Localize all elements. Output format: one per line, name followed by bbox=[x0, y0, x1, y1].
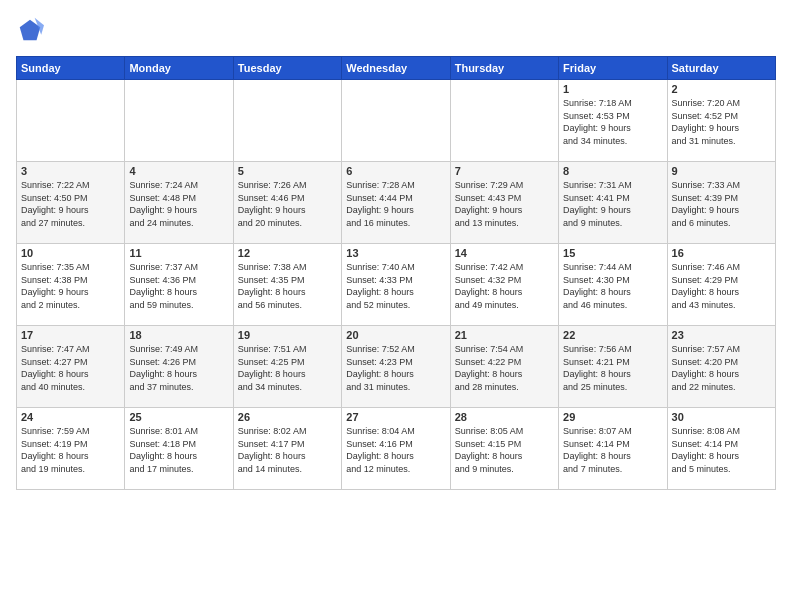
calendar-week: 24Sunrise: 7:59 AM Sunset: 4:19 PM Dayli… bbox=[17, 408, 776, 490]
day-number: 13 bbox=[346, 247, 445, 259]
weekday-header: Tuesday bbox=[233, 57, 341, 80]
day-info: Sunrise: 7:42 AM Sunset: 4:32 PM Dayligh… bbox=[455, 261, 554, 311]
day-number: 19 bbox=[238, 329, 337, 341]
day-number: 4 bbox=[129, 165, 228, 177]
day-number: 3 bbox=[21, 165, 120, 177]
day-info: Sunrise: 7:57 AM Sunset: 4:20 PM Dayligh… bbox=[672, 343, 771, 393]
weekday-header: Sunday bbox=[17, 57, 125, 80]
day-number: 27 bbox=[346, 411, 445, 423]
calendar-cell: 18Sunrise: 7:49 AM Sunset: 4:26 PM Dayli… bbox=[125, 326, 233, 408]
calendar-cell bbox=[17, 80, 125, 162]
day-number: 5 bbox=[238, 165, 337, 177]
logo bbox=[16, 16, 48, 44]
day-info: Sunrise: 7:56 AM Sunset: 4:21 PM Dayligh… bbox=[563, 343, 662, 393]
day-number: 22 bbox=[563, 329, 662, 341]
logo-icon bbox=[16, 16, 44, 44]
calendar-cell: 8Sunrise: 7:31 AM Sunset: 4:41 PM Daylig… bbox=[559, 162, 667, 244]
day-number: 25 bbox=[129, 411, 228, 423]
day-info: Sunrise: 7:18 AM Sunset: 4:53 PM Dayligh… bbox=[563, 97, 662, 147]
calendar-cell bbox=[450, 80, 558, 162]
day-info: Sunrise: 7:28 AM Sunset: 4:44 PM Dayligh… bbox=[346, 179, 445, 229]
weekday-header: Monday bbox=[125, 57, 233, 80]
day-info: Sunrise: 7:37 AM Sunset: 4:36 PM Dayligh… bbox=[129, 261, 228, 311]
calendar-cell: 1Sunrise: 7:18 AM Sunset: 4:53 PM Daylig… bbox=[559, 80, 667, 162]
day-number: 15 bbox=[563, 247, 662, 259]
day-info: Sunrise: 7:20 AM Sunset: 4:52 PM Dayligh… bbox=[672, 97, 771, 147]
day-number: 1 bbox=[563, 83, 662, 95]
day-info: Sunrise: 7:33 AM Sunset: 4:39 PM Dayligh… bbox=[672, 179, 771, 229]
day-number: 9 bbox=[672, 165, 771, 177]
calendar-cell bbox=[342, 80, 450, 162]
weekday-header: Wednesday bbox=[342, 57, 450, 80]
calendar-cell: 19Sunrise: 7:51 AM Sunset: 4:25 PM Dayli… bbox=[233, 326, 341, 408]
day-number: 28 bbox=[455, 411, 554, 423]
day-number: 21 bbox=[455, 329, 554, 341]
day-info: Sunrise: 7:40 AM Sunset: 4:33 PM Dayligh… bbox=[346, 261, 445, 311]
calendar-cell: 25Sunrise: 8:01 AM Sunset: 4:18 PM Dayli… bbox=[125, 408, 233, 490]
calendar-cell: 10Sunrise: 7:35 AM Sunset: 4:38 PM Dayli… bbox=[17, 244, 125, 326]
day-number: 8 bbox=[563, 165, 662, 177]
calendar-cell: 11Sunrise: 7:37 AM Sunset: 4:36 PM Dayli… bbox=[125, 244, 233, 326]
calendar-cell bbox=[125, 80, 233, 162]
calendar-cell: 27Sunrise: 8:04 AM Sunset: 4:16 PM Dayli… bbox=[342, 408, 450, 490]
day-info: Sunrise: 7:49 AM Sunset: 4:26 PM Dayligh… bbox=[129, 343, 228, 393]
day-info: Sunrise: 7:52 AM Sunset: 4:23 PM Dayligh… bbox=[346, 343, 445, 393]
page-header bbox=[16, 16, 776, 44]
day-info: Sunrise: 7:51 AM Sunset: 4:25 PM Dayligh… bbox=[238, 343, 337, 393]
calendar-header: SundayMondayTuesdayWednesdayThursdayFrid… bbox=[17, 57, 776, 80]
calendar-cell: 14Sunrise: 7:42 AM Sunset: 4:32 PM Dayli… bbox=[450, 244, 558, 326]
calendar-cell: 20Sunrise: 7:52 AM Sunset: 4:23 PM Dayli… bbox=[342, 326, 450, 408]
day-info: Sunrise: 7:44 AM Sunset: 4:30 PM Dayligh… bbox=[563, 261, 662, 311]
day-number: 29 bbox=[563, 411, 662, 423]
calendar-week: 1Sunrise: 7:18 AM Sunset: 4:53 PM Daylig… bbox=[17, 80, 776, 162]
calendar-cell: 2Sunrise: 7:20 AM Sunset: 4:52 PM Daylig… bbox=[667, 80, 775, 162]
day-number: 18 bbox=[129, 329, 228, 341]
calendar-body: 1Sunrise: 7:18 AM Sunset: 4:53 PM Daylig… bbox=[17, 80, 776, 490]
day-info: Sunrise: 7:26 AM Sunset: 4:46 PM Dayligh… bbox=[238, 179, 337, 229]
calendar-cell: 13Sunrise: 7:40 AM Sunset: 4:33 PM Dayli… bbox=[342, 244, 450, 326]
calendar-cell: 5Sunrise: 7:26 AM Sunset: 4:46 PM Daylig… bbox=[233, 162, 341, 244]
day-info: Sunrise: 7:47 AM Sunset: 4:27 PM Dayligh… bbox=[21, 343, 120, 393]
day-info: Sunrise: 7:38 AM Sunset: 4:35 PM Dayligh… bbox=[238, 261, 337, 311]
calendar-cell: 17Sunrise: 7:47 AM Sunset: 4:27 PM Dayli… bbox=[17, 326, 125, 408]
calendar-cell: 22Sunrise: 7:56 AM Sunset: 4:21 PM Dayli… bbox=[559, 326, 667, 408]
calendar-cell bbox=[233, 80, 341, 162]
calendar-week: 10Sunrise: 7:35 AM Sunset: 4:38 PM Dayli… bbox=[17, 244, 776, 326]
calendar-cell: 29Sunrise: 8:07 AM Sunset: 4:14 PM Dayli… bbox=[559, 408, 667, 490]
day-info: Sunrise: 7:59 AM Sunset: 4:19 PM Dayligh… bbox=[21, 425, 120, 475]
day-number: 23 bbox=[672, 329, 771, 341]
calendar-cell: 6Sunrise: 7:28 AM Sunset: 4:44 PM Daylig… bbox=[342, 162, 450, 244]
day-info: Sunrise: 7:22 AM Sunset: 4:50 PM Dayligh… bbox=[21, 179, 120, 229]
day-number: 7 bbox=[455, 165, 554, 177]
day-number: 6 bbox=[346, 165, 445, 177]
calendar-cell: 9Sunrise: 7:33 AM Sunset: 4:39 PM Daylig… bbox=[667, 162, 775, 244]
calendar-week: 17Sunrise: 7:47 AM Sunset: 4:27 PM Dayli… bbox=[17, 326, 776, 408]
day-info: Sunrise: 7:29 AM Sunset: 4:43 PM Dayligh… bbox=[455, 179, 554, 229]
weekday-header: Saturday bbox=[667, 57, 775, 80]
calendar-cell: 4Sunrise: 7:24 AM Sunset: 4:48 PM Daylig… bbox=[125, 162, 233, 244]
calendar-cell: 23Sunrise: 7:57 AM Sunset: 4:20 PM Dayli… bbox=[667, 326, 775, 408]
day-info: Sunrise: 8:05 AM Sunset: 4:15 PM Dayligh… bbox=[455, 425, 554, 475]
day-info: Sunrise: 8:04 AM Sunset: 4:16 PM Dayligh… bbox=[346, 425, 445, 475]
calendar-cell: 24Sunrise: 7:59 AM Sunset: 4:19 PM Dayli… bbox=[17, 408, 125, 490]
calendar-cell: 7Sunrise: 7:29 AM Sunset: 4:43 PM Daylig… bbox=[450, 162, 558, 244]
day-number: 17 bbox=[21, 329, 120, 341]
day-info: Sunrise: 8:07 AM Sunset: 4:14 PM Dayligh… bbox=[563, 425, 662, 475]
weekday-header: Friday bbox=[559, 57, 667, 80]
calendar-cell: 21Sunrise: 7:54 AM Sunset: 4:22 PM Dayli… bbox=[450, 326, 558, 408]
calendar-table: SundayMondayTuesdayWednesdayThursdayFrid… bbox=[16, 56, 776, 490]
day-info: Sunrise: 7:54 AM Sunset: 4:22 PM Dayligh… bbox=[455, 343, 554, 393]
day-number: 2 bbox=[672, 83, 771, 95]
page-container: SundayMondayTuesdayWednesdayThursdayFrid… bbox=[0, 0, 792, 498]
day-number: 30 bbox=[672, 411, 771, 423]
calendar-cell: 30Sunrise: 8:08 AM Sunset: 4:14 PM Dayli… bbox=[667, 408, 775, 490]
day-info: Sunrise: 8:01 AM Sunset: 4:18 PM Dayligh… bbox=[129, 425, 228, 475]
day-info: Sunrise: 7:35 AM Sunset: 4:38 PM Dayligh… bbox=[21, 261, 120, 311]
day-number: 11 bbox=[129, 247, 228, 259]
day-info: Sunrise: 7:31 AM Sunset: 4:41 PM Dayligh… bbox=[563, 179, 662, 229]
day-number: 24 bbox=[21, 411, 120, 423]
weekday-header: Thursday bbox=[450, 57, 558, 80]
calendar-cell: 3Sunrise: 7:22 AM Sunset: 4:50 PM Daylig… bbox=[17, 162, 125, 244]
calendar-cell: 16Sunrise: 7:46 AM Sunset: 4:29 PM Dayli… bbox=[667, 244, 775, 326]
calendar-cell: 12Sunrise: 7:38 AM Sunset: 4:35 PM Dayli… bbox=[233, 244, 341, 326]
